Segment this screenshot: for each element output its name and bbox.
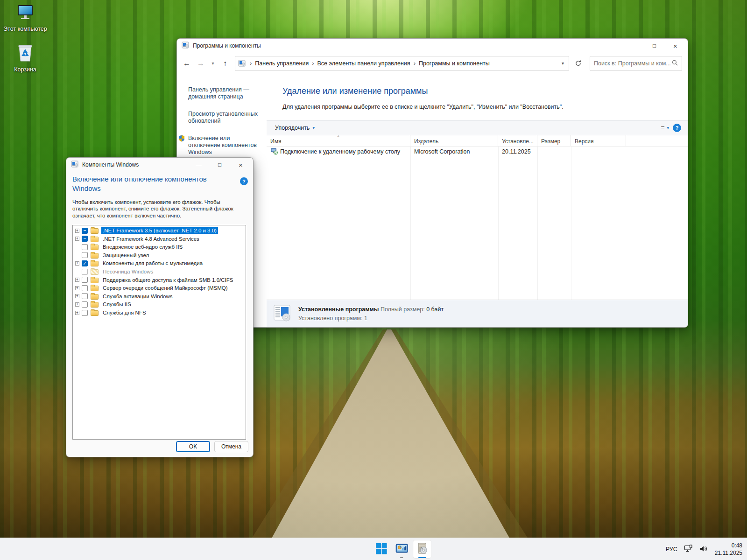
feature-checkbox[interactable] <box>82 260 88 266</box>
expand-icon[interactable]: + <box>75 261 79 266</box>
column-header[interactable]: Имя^ <box>267 135 410 146</box>
programs-features-taskbar-button[interactable] <box>413 540 431 559</box>
feature-checkbox[interactable] <box>82 244 88 250</box>
change-view-button[interactable]: ≡ ▾ <box>661 124 669 132</box>
volume-icon[interactable] <box>699 545 708 554</box>
feature-label: Компоненты для работы с мультимедиа <box>101 260 204 266</box>
expand-icon[interactable]: + <box>75 311 79 315</box>
tree-item[interactable]: +Службы для NFS <box>73 308 246 317</box>
tree-item[interactable]: +Поддержка общего доступа к файлам SMB 1… <box>73 276 246 284</box>
dialog-description: Чтобы включить компонент, установите его… <box>72 199 239 220</box>
tray-date: 21.11.2025 <box>715 549 742 557</box>
dialog-maximize-button[interactable]: □ <box>209 158 230 171</box>
close-button[interactable]: × <box>665 39 686 52</box>
minimize-button[interactable]: — <box>623 39 644 52</box>
crumb-separator-icon: › <box>312 60 314 67</box>
ok-button[interactable]: OK <box>176 441 210 452</box>
crumb-separator-icon: › <box>414 60 416 67</box>
sidebar-task-label: Панель управления — домашняя страница <box>188 86 258 100</box>
status-size-value: 0 байт <box>426 306 444 313</box>
column-header[interactable]: Версия <box>571 135 626 146</box>
feature-checkbox <box>82 269 88 275</box>
column-header[interactable]: Установле... <box>498 135 537 146</box>
app-icon <box>182 42 189 50</box>
program-cell: Microsoft Corporation <box>410 148 498 155</box>
feature-checkbox[interactable] <box>82 310 88 316</box>
tree-item[interactable]: +Защищенный узел <box>73 251 246 259</box>
sort-ascending-icon: ^ <box>337 135 339 139</box>
breadcrumb-item[interactable]: Все элементы панели управления <box>317 60 410 67</box>
sidebar-task-link[interactable]: Панель управления — домашняя страница <box>188 86 262 100</box>
feature-checkbox[interactable] <box>82 293 88 299</box>
feat-titlebar[interactable]: Компоненты Windows — □ × <box>66 158 253 172</box>
start-button[interactable] <box>372 540 390 559</box>
folder-icon <box>91 278 99 283</box>
breadcrumb-item[interactable]: Панель управления <box>255 60 309 67</box>
column-header[interactable]: Размер <box>537 135 571 146</box>
feature-checkbox[interactable] <box>82 252 88 258</box>
forward-button[interactable]: → <box>194 56 208 70</box>
status-size-label: Полный размер: <box>381 306 425 313</box>
command-bar: Упорядочить ▾ ≡ ▾ ? <box>267 120 688 135</box>
tree-item[interactable]: +Внедряемое веб-ядро служб IIS <box>73 243 246 252</box>
help-icon[interactable]: ? <box>673 124 681 132</box>
pf-titlebar[interactable]: Программы и компоненты — □ × <box>177 39 688 53</box>
expand-icon[interactable]: + <box>75 286 79 290</box>
cancel-button[interactable]: Отмена <box>214 441 248 452</box>
refresh-icon[interactable] <box>571 56 585 70</box>
page-description: Для удаления программы выберите ее в спи… <box>282 104 688 110</box>
feature-checkbox[interactable] <box>82 277 88 283</box>
organize-caret-icon: ▾ <box>312 126 315 130</box>
feature-checkbox[interactable] <box>82 228 88 234</box>
language-indicator[interactable]: РУС <box>666 546 677 553</box>
feature-checkbox[interactable] <box>82 285 88 291</box>
breadcrumb: ›Панель управления›Все элементы панели у… <box>247 60 490 67</box>
column-header[interactable]: Издатель <box>410 135 498 146</box>
tree-item[interactable]: +Службы IIS <box>73 301 246 309</box>
program-row[interactable]: Подключение к удаленному рабочему столуM… <box>267 147 688 157</box>
tree-item[interactable]: +Сервер очереди сообщений Майкрософт (MS… <box>73 284 246 292</box>
maximize-button[interactable]: □ <box>644 39 665 52</box>
expand-icon[interactable]: + <box>75 278 79 282</box>
view-caret-icon: ▾ <box>667 126 669 130</box>
program-cell-text: Подключение к удаленному рабочему столу <box>280 148 400 155</box>
window-title: Программы и компоненты <box>193 42 261 49</box>
recycle-bin-icon <box>16 43 35 64</box>
clock[interactable]: 0:48 21.11.2025 <box>715 542 742 557</box>
expand-icon[interactable]: + <box>75 229 79 233</box>
history-dropdown[interactable]: ▾ <box>208 56 218 70</box>
feature-checkbox[interactable] <box>82 236 88 242</box>
tree-item[interactable]: +Служба активации Windows <box>73 292 246 301</box>
organize-button[interactable]: Упорядочить ▾ <box>271 123 318 133</box>
breadcrumb-item[interactable]: Программы и компоненты <box>419 60 490 67</box>
tree-item[interactable]: +Песочница Windows <box>73 267 246 276</box>
network-icon[interactable] <box>684 545 693 554</box>
address-dropdown-icon[interactable]: ▾ <box>560 61 566 66</box>
breadcrumb-bar[interactable]: ›Панель управления›Все элементы панели у… <box>235 56 569 71</box>
feature-label: .NET Framework 3.5 (включает .NET 2.0 и … <box>101 227 218 234</box>
dialog-minimize-button[interactable]: — <box>188 158 209 171</box>
column-grid-line <box>498 147 499 300</box>
control-panel-taskbar-button[interactable] <box>392 540 411 559</box>
up-button[interactable]: ↑ <box>218 56 232 70</box>
sidebar-task-link[interactable]: Просмотр установленных обновлений <box>188 111 262 125</box>
search-input[interactable]: Поиск в: Программы и ком... <box>590 56 682 71</box>
features-tree: +.NET Framework 3.5 (включает .NET 2.0 и… <box>72 225 246 440</box>
expand-icon[interactable]: + <box>75 302 79 307</box>
desktop-icon-this-pc[interactable]: Этот компьютер <box>3 4 48 33</box>
sidebar-task-link[interactable]: Включение или отключение компонентов Win… <box>188 135 262 156</box>
feature-label: Внедряемое веб-ядро служб IIS <box>101 244 184 250</box>
program-list: Подключение к удаленному рабочему столуM… <box>267 147 688 300</box>
feature-checkbox[interactable] <box>82 301 88 308</box>
expand-icon[interactable]: + <box>75 294 79 298</box>
dialog-help-icon[interactable]: ? <box>240 177 248 185</box>
expand-icon[interactable]: + <box>75 237 79 241</box>
tree-item[interactable]: +Компоненты для работы с мультимедиа <box>73 259 246 268</box>
back-button[interactable]: ← <box>180 56 194 70</box>
program-cell-text: Microsoft Corporation <box>414 148 470 155</box>
tree-item[interactable]: +.NET Framework 4.8 Advanced Services <box>73 235 246 243</box>
dialog-close-button[interactable]: × <box>230 158 251 171</box>
desktop-icon-recycle-bin[interactable]: Корзина <box>3 43 48 74</box>
tree-item[interactable]: +.NET Framework 3.5 (включает .NET 2.0 и… <box>73 226 246 235</box>
this-pc-icon <box>15 4 35 24</box>
